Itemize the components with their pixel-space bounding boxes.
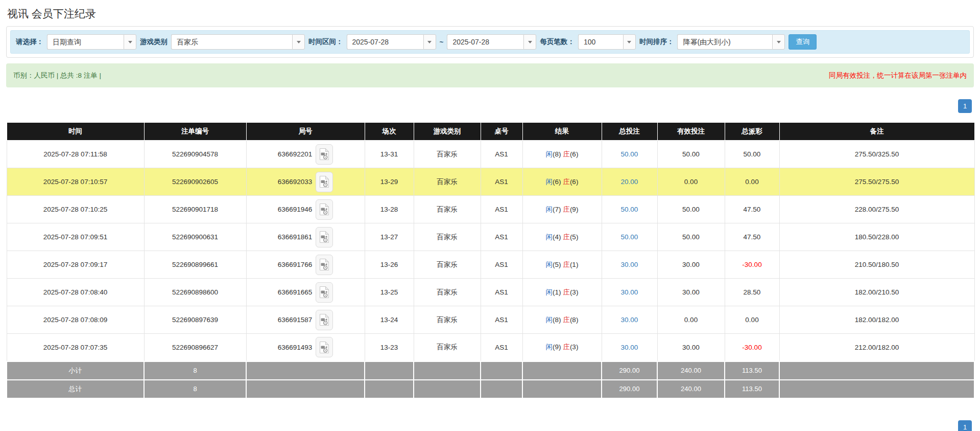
sort-order-value[interactable]: 降幂(由大到小) xyxy=(677,34,772,50)
cell-table-no: AS1 xyxy=(481,334,522,361)
result-banker: 庄 xyxy=(563,343,570,351)
chevron-down-icon[interactable] xyxy=(124,34,136,50)
cell-session: 13-27 xyxy=(365,223,414,251)
cell-bet-id: 522690899661 xyxy=(144,251,246,279)
result-banker: 庄 xyxy=(563,261,570,268)
cell-remark: 275.50/275.50 xyxy=(779,168,974,196)
cell-session: 13-29 xyxy=(365,168,414,196)
cell-game-type: 百家乐 xyxy=(414,141,481,168)
table-header-row: 时间注单编号局号场次游戏类别桌号结果总投注有效投注总派彩备注 xyxy=(7,123,974,141)
game-type-select[interactable]: 百家乐 xyxy=(171,34,305,50)
summary-valid-bet: 240.00 xyxy=(657,380,725,398)
date-from-select[interactable]: 2025-07-28 xyxy=(347,34,436,50)
video-icon xyxy=(319,175,329,188)
column-header: 场次 xyxy=(365,123,414,141)
column-header: 桌号 xyxy=(481,123,522,141)
cell-game-type: 百家乐 xyxy=(414,279,481,306)
date-to-value[interactable]: 2025-07-28 xyxy=(447,34,523,50)
video-replay-button[interactable] xyxy=(316,310,333,330)
page-size-value[interactable]: 100 xyxy=(578,34,623,50)
table-row: 2025-07-28 07:07:35522690896627636691493… xyxy=(7,334,974,361)
video-replay-button[interactable] xyxy=(316,227,333,247)
date-from-value[interactable]: 2025-07-28 xyxy=(347,34,423,50)
table-row: 2025-07-28 07:09:17522690899661636691766… xyxy=(7,251,974,279)
total-bet-link[interactable]: 20.00 xyxy=(621,178,638,186)
query-mode-value[interactable]: 日期查询 xyxy=(47,34,124,50)
table-row: 2025-07-28 07:11:58522690904578636692201… xyxy=(7,141,974,168)
cell-time: 2025-07-28 07:11:58 xyxy=(7,141,144,168)
game-type-label: 游戏类别 xyxy=(140,37,168,47)
cell-game-type: 百家乐 xyxy=(414,334,481,361)
cell-total-bet: 30.00 xyxy=(602,251,657,279)
total-bet-link[interactable]: 30.00 xyxy=(621,288,638,296)
summary-valid-bet: 240.00 xyxy=(657,361,725,380)
cell-result: 闲(1) 庄(3) xyxy=(522,279,602,306)
pagination-top: 1 xyxy=(0,99,972,113)
cell-table-no: AS1 xyxy=(481,168,522,196)
result-banker: 庄 xyxy=(563,206,570,213)
result-banker: 庄 xyxy=(563,288,570,296)
chevron-down-icon[interactable] xyxy=(523,34,536,50)
column-header: 时间 xyxy=(7,123,144,141)
chevron-down-icon[interactable] xyxy=(623,34,636,50)
summary-payout: 113.50 xyxy=(725,361,779,380)
date-to-select[interactable]: 2025-07-28 xyxy=(447,34,536,50)
result-player: 闲 xyxy=(546,343,553,351)
query-mode-select[interactable]: 日期查询 xyxy=(47,34,136,50)
result-player: 闲 xyxy=(546,178,553,186)
cell-remark: 275.50/325.50 xyxy=(779,141,974,168)
cell-time: 2025-07-28 07:10:25 xyxy=(7,196,144,223)
summary-payout: 113.50 xyxy=(725,380,779,398)
cell-bet-id: 522690902605 xyxy=(144,168,246,196)
cell-payout: 0.00 xyxy=(725,168,779,196)
video-replay-button[interactable] xyxy=(316,255,333,275)
search-button[interactable]: 查询 xyxy=(788,34,817,50)
video-icon xyxy=(319,148,329,161)
result-player: 闲 xyxy=(546,261,553,268)
query-mode-label: 请选择： xyxy=(16,37,43,47)
total-bet-link[interactable]: 30.00 xyxy=(621,316,638,324)
page-size-select[interactable]: 100 xyxy=(578,34,636,50)
cell-total-bet: 50.00 xyxy=(602,141,657,168)
video-replay-button[interactable] xyxy=(316,172,333,192)
video-replay-button[interactable] xyxy=(316,144,333,165)
cell-game-type: 百家乐 xyxy=(414,223,481,251)
total-bet-link[interactable]: 50.00 xyxy=(621,150,638,158)
video-icon xyxy=(319,258,329,271)
column-header: 总投注 xyxy=(602,123,657,141)
cell-bet-id: 522690897639 xyxy=(144,306,246,334)
cell-session: 13-31 xyxy=(365,141,414,168)
cell-valid-bet: 50.00 xyxy=(657,141,725,168)
cell-bet-id: 522690896627 xyxy=(144,334,246,361)
cell-time: 2025-07-28 07:09:51 xyxy=(7,223,144,251)
cell-round-id: 636692033 xyxy=(246,168,365,196)
currency-summary-text: 币别：人民币 | 总共 :8 注单 | xyxy=(13,71,101,80)
sort-order-label: 时间排序： xyxy=(639,37,674,47)
total-bet-link[interactable]: 50.00 xyxy=(621,206,638,213)
table-body: 2025-07-28 07:11:58522690904578636692201… xyxy=(7,141,974,361)
filter-panel: 请选择： 日期查询 游戏类别 百家乐 时间区间： 2025-07-28 ~ 20… xyxy=(6,26,974,58)
game-type-value[interactable]: 百家乐 xyxy=(171,34,292,50)
chevron-down-icon[interactable] xyxy=(772,34,785,50)
total-row: 总计8290.00240.00113.50 xyxy=(7,380,974,398)
sort-order-select[interactable]: 降幂(由大到小) xyxy=(677,34,785,50)
cell-time: 2025-07-28 07:09:17 xyxy=(7,251,144,279)
page-button[interactable]: 1 xyxy=(958,99,972,113)
cell-payout: 47.50 xyxy=(725,196,779,223)
chevron-down-icon[interactable] xyxy=(292,34,305,50)
total-bet-link[interactable]: 30.00 xyxy=(621,261,638,268)
cell-table-no: AS1 xyxy=(481,306,522,334)
chevron-down-icon[interactable] xyxy=(423,34,436,50)
video-replay-button[interactable] xyxy=(316,199,333,220)
video-replay-button[interactable] xyxy=(316,282,333,303)
cell-total-bet: 50.00 xyxy=(602,223,657,251)
cell-result: 闲(5) 庄(1) xyxy=(522,251,602,279)
video-replay-button[interactable] xyxy=(316,337,333,357)
total-bet-link[interactable]: 30.00 xyxy=(621,344,638,351)
cell-time: 2025-07-28 07:07:35 xyxy=(7,334,144,361)
cell-round-id: 636691946 xyxy=(246,196,365,223)
pagination-bottom: 1 xyxy=(958,420,972,431)
cell-table-no: AS1 xyxy=(481,251,522,279)
total-bet-link[interactable]: 50.00 xyxy=(621,233,638,241)
page-button[interactable]: 1 xyxy=(958,420,972,431)
